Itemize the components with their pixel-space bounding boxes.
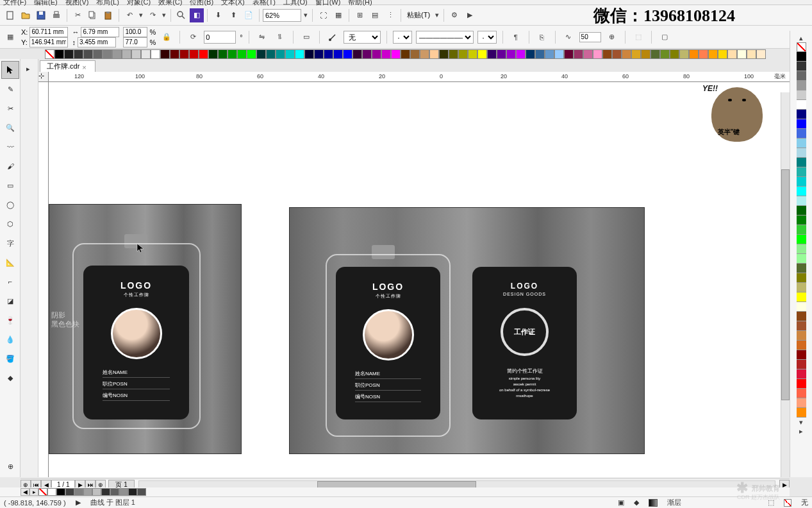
transparency-tool[interactable]: 🍷: [1, 311, 19, 329]
outline-width-select[interactable]: 无: [344, 31, 381, 44]
color-swatch[interactable]: [372, 49, 381, 59]
nudge-input[interactable]: [579, 32, 601, 42]
color-swatch[interactable]: [670, 49, 679, 59]
vertical-ruler[interactable]: [38, 82, 49, 477]
fill-indicator-icon[interactable]: ◆: [634, 498, 639, 507]
doc-palette-menu[interactable]: ▸: [29, 488, 38, 496]
crop-tool[interactable]: ✂: [1, 99, 19, 117]
color-swatch[interactable]: [797, 302, 806, 312]
save-button[interactable]: [34, 8, 48, 22]
color-swatch[interactable]: [352, 49, 362, 59]
freehand-tool[interactable]: 〰: [1, 138, 19, 156]
grid-button[interactable]: ▤: [368, 8, 382, 22]
menu-text[interactable]: 文本(X): [221, 0, 245, 7]
color-swatch[interactable]: [429, 49, 439, 59]
color-swatch[interactable]: [797, 379, 806, 389]
color-swatch[interactable]: [333, 49, 343, 59]
import-button[interactable]: ⬇: [211, 8, 225, 22]
fullscreen-button[interactable]: ⛶: [316, 8, 330, 22]
color-swatch[interactable]: [631, 49, 641, 59]
badge-card-back[interactable]: LOGO DESIGN GOODS 工作证 简约个性工作证 simple per…: [472, 267, 577, 419]
color-swatch[interactable]: [797, 71, 806, 81]
drop-shadow-tool[interactable]: ◪: [1, 292, 19, 310]
color-swatch[interactable]: [797, 341, 806, 350]
ruler-origin[interactable]: ⊹: [38, 72, 49, 82]
color-swatch[interactable]: [516, 49, 526, 59]
launch-button[interactable]: ▶: [463, 8, 477, 22]
width-input[interactable]: [81, 27, 119, 37]
fill-swatch[interactable]: [649, 499, 658, 507]
color-swatch[interactable]: [797, 389, 806, 398]
color-swatch[interactable]: [362, 49, 372, 59]
cut-button[interactable]: ✂: [70, 8, 85, 22]
doc-color-swatch[interactable]: [128, 488, 137, 496]
align-button[interactable]: ▭: [299, 30, 313, 44]
color-swatch[interactable]: [689, 49, 699, 59]
color-eyedropper-tool[interactable]: 💧: [1, 330, 19, 348]
color-swatch[interactable]: [554, 49, 564, 59]
color-swatch[interactable]: [797, 119, 806, 129]
color-swatch[interactable]: [797, 235, 806, 244]
artistic-media-tool[interactable]: 🖌: [1, 157, 19, 175]
menu-table[interactable]: 表格(T): [253, 0, 276, 7]
nudge-unit-button[interactable]: ⊕: [605, 30, 619, 44]
doc-color-swatch[interactable]: [101, 488, 110, 496]
color-swatch[interactable]: [506, 49, 516, 59]
color-swatch[interactable]: [797, 90, 806, 100]
interactive-fill-tool[interactable]: 🪣: [1, 350, 19, 368]
color-swatch[interactable]: [797, 254, 806, 264]
play-icon[interactable]: ▶: [76, 498, 81, 507]
color-swatch[interactable]: [160, 49, 170, 59]
doc-color-swatch[interactable]: [83, 488, 92, 496]
color-swatch[interactable]: [83, 49, 93, 59]
paste-dropdown[interactable]: ▾: [434, 8, 440, 22]
color-swatch[interactable]: [410, 49, 420, 59]
color-swatch[interactable]: [797, 62, 806, 71]
color-swatch[interactable]: [295, 49, 304, 59]
palette-none-swatch[interactable]: [797, 42, 806, 52]
color-swatch[interactable]: [622, 49, 631, 59]
smart-fill-tool[interactable]: ◆: [1, 369, 19, 387]
convert-curves-button[interactable]: ∿: [561, 30, 576, 44]
color-swatch[interactable]: [727, 49, 737, 59]
color-swatch[interactable]: [170, 49, 179, 59]
color-swatch[interactable]: [679, 49, 689, 59]
color-swatch[interactable]: [660, 49, 670, 59]
color-swatch[interactable]: [797, 264, 806, 273]
color-swatch[interactable]: [324, 49, 333, 59]
doc-color-swatch[interactable]: [110, 488, 119, 496]
menu-file[interactable]: 文件(F): [3, 0, 26, 7]
color-swatch[interactable]: [718, 49, 727, 59]
color-swatch[interactable]: [797, 148, 806, 158]
doc-color-swatch[interactable]: [119, 488, 128, 496]
color-swatch[interactable]: [756, 49, 766, 59]
y-input[interactable]: [29, 37, 68, 47]
menu-layout[interactable]: 布局(L): [96, 0, 119, 7]
palette-flyout-button[interactable]: ▸: [797, 427, 806, 436]
menu-tools[interactable]: 工具(O): [283, 0, 308, 7]
polygon-tool[interactable]: ⬡: [1, 215, 19, 233]
doc-palette-left[interactable]: ◀: [21, 488, 29, 496]
doc-palette-none[interactable]: [38, 488, 47, 496]
color-swatch[interactable]: [797, 408, 806, 418]
color-swatch[interactable]: [381, 49, 391, 59]
show-rulers-button[interactable]: ▦: [331, 8, 345, 22]
shape-tool[interactable]: ✎: [1, 80, 19, 98]
color-swatch[interactable]: [64, 49, 74, 59]
lock-ratio-button[interactable]: 🔒: [160, 30, 174, 44]
color-swatch[interactable]: [797, 244, 806, 254]
palette-down-button[interactable]: ▾: [797, 418, 806, 427]
quick-customize-button[interactable]: ⊕: [1, 457, 19, 475]
color-swatch[interactable]: [797, 158, 806, 167]
snap-grid-icon[interactable]: ▦: [3, 30, 17, 44]
undo-button[interactable]: ↶: [122, 8, 137, 22]
color-swatch[interactable]: [449, 49, 458, 59]
color-swatch[interactable]: [237, 49, 247, 59]
doc-color-swatch[interactable]: [47, 488, 56, 496]
color-swatch[interactable]: [797, 331, 806, 341]
color-swatch[interactable]: [218, 49, 228, 59]
color-swatch[interactable]: [266, 49, 276, 59]
snap-button[interactable]: ⊞: [352, 8, 367, 22]
color-swatch[interactable]: [141, 49, 151, 59]
color-swatch[interactable]: [151, 49, 160, 59]
